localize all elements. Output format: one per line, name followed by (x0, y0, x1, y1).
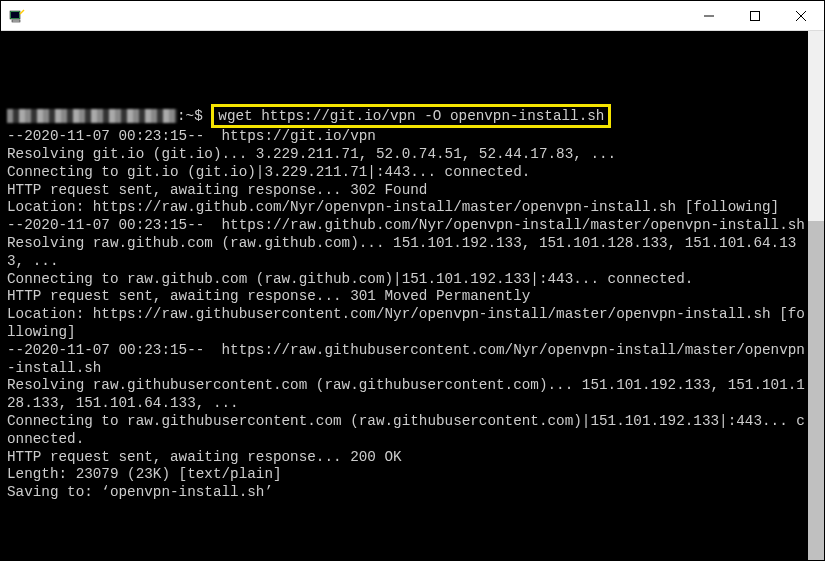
close-button[interactable] (778, 1, 824, 30)
blurred-hostname (7, 109, 177, 123)
window-titlebar[interactable] (1, 1, 824, 31)
command-highlight: wget https://git.io/vpn -O openvpn-insta… (211, 104, 611, 128)
maximize-button[interactable] (732, 1, 778, 30)
terminal-content: :~$ wget https://git.io/vpn -O openvpn-i… (7, 69, 807, 520)
scrollbar-thumb[interactable] (808, 221, 824, 561)
prompt-line: :~$ wget https://git.io/vpn -O openvpn-i… (7, 104, 807, 128)
scrollbar[interactable] (808, 31, 824, 561)
prompt-suffix: :~$ (177, 108, 211, 124)
svg-rect-3 (12, 20, 20, 22)
svg-rect-5 (751, 11, 760, 20)
minimize-button[interactable] (686, 1, 732, 30)
svg-line-2 (20, 10, 24, 14)
window-controls (686, 1, 824, 30)
terminal-area[interactable]: :~$ wget https://git.io/vpn -O openvpn-i… (1, 31, 824, 561)
putty-icon (9, 8, 25, 24)
command-text: wget https://git.io/vpn -O openvpn-insta… (218, 108, 604, 124)
svg-rect-1 (11, 12, 19, 18)
titlebar-left (1, 8, 33, 24)
terminal-output: --2020-11-07 00:23:15-- https://git.io/v… (7, 128, 805, 500)
